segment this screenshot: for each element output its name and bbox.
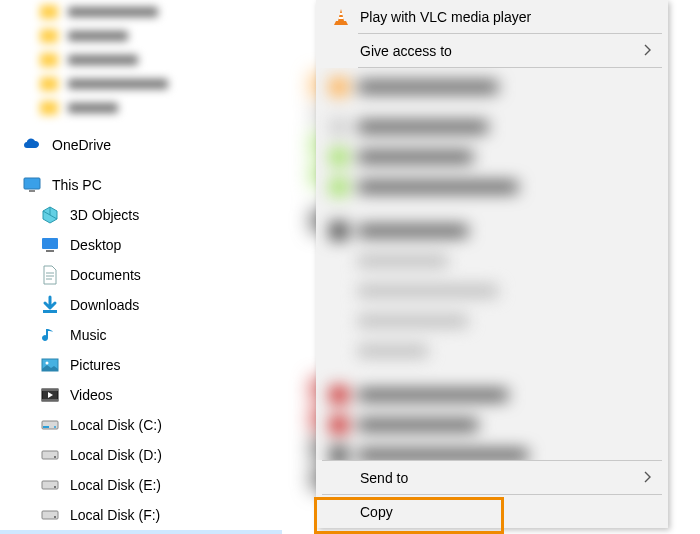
videos-icon	[40, 385, 60, 405]
sidebar-label-documents: Documents	[70, 267, 141, 283]
sidebar-item-local-disk-e[interactable]: Local Disk (E:)	[0, 470, 282, 500]
blank-icon	[330, 501, 352, 523]
sidebar-item-local-disk-f[interactable]: Local Disk (F:)	[0, 500, 282, 530]
sidebar-label-pictures: Pictures	[70, 357, 121, 373]
context-menu-label-give-access: Give access to	[360, 43, 644, 59]
svg-point-18	[54, 516, 56, 518]
sidebar-label-downloads: Downloads	[70, 297, 139, 313]
file-explorer-window: OneDrive This PC 3D Objects	[0, 0, 700, 534]
chevron-right-icon	[644, 470, 658, 486]
svg-point-6	[46, 362, 49, 365]
vlc-icon	[330, 6, 352, 28]
music-icon	[40, 325, 60, 345]
svg-rect-8	[42, 389, 58, 391]
downloads-icon	[40, 295, 60, 315]
blank-icon	[330, 40, 352, 62]
context-menu-item-send-to[interactable]: Send to	[316, 461, 668, 494]
svg-rect-0	[24, 178, 40, 189]
context-menu-item-play-vlc[interactable]: Play with VLC media player	[316, 0, 668, 33]
drive-c-icon	[40, 415, 60, 435]
blank-icon	[330, 467, 352, 489]
sidebar-item-local-disk-c[interactable]: Local Disk (C:)	[0, 410, 282, 440]
chevron-right-icon	[644, 43, 658, 59]
svg-rect-21	[339, 13, 342, 15]
navigation-pane: OneDrive This PC 3D Objects	[0, 0, 282, 534]
pictures-icon	[40, 355, 60, 375]
this-pc-icon	[22, 175, 42, 195]
sidebar-label-music: Music	[70, 327, 107, 343]
sidebar-label-onedrive: OneDrive	[52, 137, 111, 153]
context-menu-item-give-access[interactable]: Give access to	[316, 34, 668, 67]
context-menu-label-copy: Copy	[360, 504, 658, 520]
svg-point-14	[54, 456, 56, 458]
sidebar-label-disk-d: Local Disk (D:)	[70, 447, 162, 463]
sidebar-item-cd-drive-z[interactable]: CD Drive (Z:) UP	[0, 530, 282, 534]
context-menu: Play with VLC media player Give access t…	[316, 0, 668, 528]
context-menu-blurred-section	[316, 68, 668, 460]
blurred-quick-access	[0, 0, 282, 120]
sidebar-label-disk-e: Local Disk (E:)	[70, 477, 161, 493]
context-menu-item-copy[interactable]: Copy	[316, 495, 668, 528]
sidebar-item-pictures[interactable]: Pictures	[0, 350, 282, 380]
svg-point-16	[54, 486, 56, 488]
svg-rect-4	[43, 310, 57, 313]
drive-f-icon	[40, 505, 60, 525]
sidebar-item-this-pc[interactable]: This PC	[0, 170, 282, 200]
sidebar-item-local-disk-d[interactable]: Local Disk (D:)	[0, 440, 282, 470]
context-menu-label-play-vlc: Play with VLC media player	[360, 9, 658, 25]
drive-e-icon	[40, 475, 60, 495]
sidebar-item-downloads[interactable]: Downloads	[0, 290, 282, 320]
onedrive-icon	[22, 135, 42, 155]
sidebar-label-disk-c: Local Disk (C:)	[70, 417, 162, 433]
sidebar-label-3d-objects: 3D Objects	[70, 207, 139, 223]
sidebar-label-videos: Videos	[70, 387, 113, 403]
context-menu-label-send-to: Send to	[360, 470, 644, 486]
svg-rect-11	[43, 426, 49, 428]
desktop-icon	[40, 235, 60, 255]
sidebar-item-music[interactable]: Music	[0, 320, 282, 350]
svg-rect-9	[42, 399, 58, 401]
sidebar-label-desktop: Desktop	[70, 237, 121, 253]
sidebar-label-disk-f: Local Disk (F:)	[70, 507, 160, 523]
sidebar-item-videos[interactable]: Videos	[0, 380, 282, 410]
sidebar-item-onedrive[interactable]: OneDrive	[0, 130, 282, 160]
drive-d-icon	[40, 445, 60, 465]
sidebar-item-documents[interactable]: Documents	[0, 260, 282, 290]
3d-objects-icon	[40, 205, 60, 225]
documents-icon	[40, 265, 60, 285]
svg-rect-22	[339, 17, 344, 19]
svg-rect-3	[46, 250, 54, 252]
svg-rect-2	[42, 238, 58, 249]
svg-point-12	[54, 426, 56, 428]
sidebar-label-this-pc: This PC	[52, 177, 102, 193]
svg-rect-1	[29, 190, 35, 192]
sidebar-item-desktop[interactable]: Desktop	[0, 230, 282, 260]
sidebar-item-3d-objects[interactable]: 3D Objects	[0, 200, 282, 230]
